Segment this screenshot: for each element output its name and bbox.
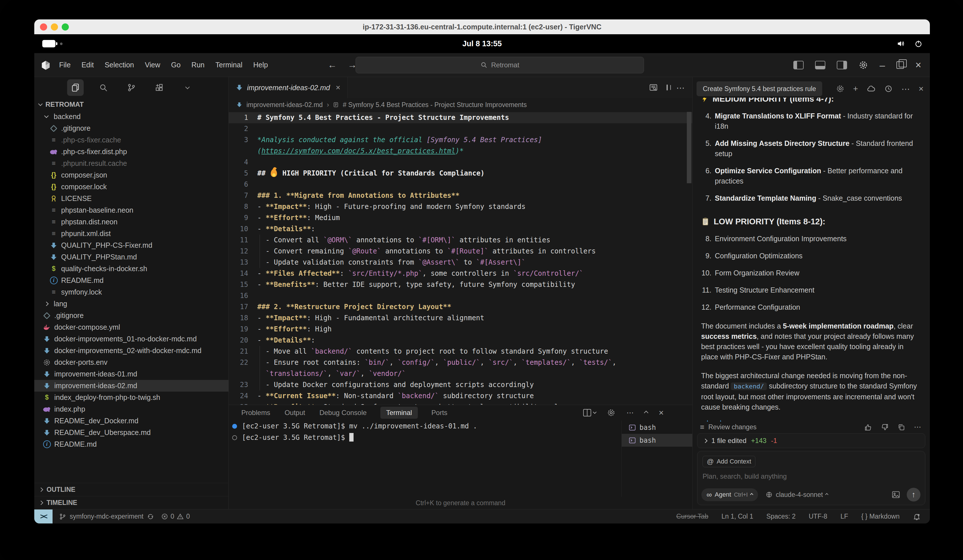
model-selector[interactable]: claude-4-sonnet	[765, 491, 828, 498]
tree-item-symfony-lock[interactable]: ≡symfony.lock	[34, 286, 229, 298]
editor-tab[interactable]: improvement-ideas-02.md ×	[229, 77, 348, 98]
chat-input[interactable]: @ Add Context Plan, search, build anythi…	[697, 451, 925, 505]
settings-gear-icon[interactable]	[858, 60, 868, 70]
close-traffic-light[interactable]	[40, 23, 47, 31]
sidebar-section-outline[interactable]: OUTLINE	[34, 483, 229, 496]
thumbs-up-icon[interactable]	[864, 423, 872, 431]
menubar-clock[interactable]: Jul 8 13:55	[462, 39, 502, 48]
branch-status[interactable]: symfony-mdc-experiment	[59, 513, 154, 520]
panel-tab-debug-console[interactable]: Debug Console	[319, 407, 367, 419]
tree-item-quality-php-cs-fixer-md[interactable]: QUALITY_PHP-CS-Fixer.md	[34, 240, 229, 251]
language-status[interactable]: { } Markdown	[861, 513, 900, 520]
zoom-traffic-light[interactable]	[62, 23, 69, 31]
tree-item-improvement-ideas-01-md[interactable]: improvement-ideas-01.md	[34, 368, 229, 380]
review-more-icon[interactable]: ⋯	[914, 423, 921, 432]
tree-item-readme-md[interactable]: iREADME.md	[34, 275, 229, 286]
cursor-tab-status[interactable]: Cursor Tab	[676, 513, 708, 520]
tree-item--php-cs-fixer-cache[interactable]: ≡.php-cs-fixer.cache	[34, 134, 229, 146]
menu-edit[interactable]: Edit	[76, 61, 99, 69]
panel-tab-problems[interactable]: Problems	[241, 407, 271, 419]
minimize-button[interactable]: –	[880, 64, 885, 66]
power-icon[interactable]	[914, 40, 922, 48]
chevron-down-icon[interactable]	[179, 79, 196, 96]
sidebar-section-timeline[interactable]: TIMELINE	[34, 496, 229, 509]
menu-file[interactable]: File	[54, 61, 76, 69]
tree-item-phpstan-dist-neon[interactable]: ≡phpstan.dist.neon	[34, 216, 229, 228]
history-icon[interactable]	[884, 84, 893, 93]
close-button[interactable]: ×	[915, 59, 921, 71]
tree-item-quality-checks-in-docker-sh[interactable]: $quality-checks-in-docker.sh	[34, 263, 229, 275]
tree-item-license[interactable]: LICENSE	[34, 193, 229, 204]
menu-help[interactable]: Help	[248, 61, 273, 69]
tree-item-lang[interactable]: lang	[34, 298, 229, 310]
search-icon[interactable]	[95, 79, 112, 96]
panel-tab-ports[interactable]: Ports	[431, 407, 448, 419]
tree-item--gitignore[interactable]: .gitignore	[34, 310, 229, 321]
split-terminal-icon[interactable]	[583, 409, 596, 416]
breadcrumb[interactable]: improvement-ideas-02.md › # Symfony 5.4 …	[229, 98, 692, 111]
tree-item--gitignore[interactable]: .gitignore	[34, 123, 229, 134]
tree-root[interactable]: RETROMAT	[34, 98, 229, 111]
chat-more-icon[interactable]: ⋯	[901, 84, 910, 94]
panel-tab-terminal[interactable]: Terminal	[380, 407, 418, 419]
menu-go[interactable]: Go	[165, 61, 186, 69]
command-decoration-icon[interactable]	[232, 435, 237, 440]
encoding-status[interactable]: UTF-8	[809, 513, 827, 520]
more-actions-icon[interactable]: ⋯	[676, 83, 685, 93]
eol-status[interactable]: LF	[840, 513, 848, 520]
tree-item-phpunit-xml-dist[interactable]: ≡phpunit.xml.dist	[34, 228, 229, 240]
tree-item-quality-phpstan-md[interactable]: QUALITY_PHPStan.md	[34, 251, 229, 263]
send-button[interactable]: ↑	[907, 488, 921, 502]
explorer-files-icon[interactable]	[67, 79, 84, 96]
chat-close-icon[interactable]: ×	[918, 84, 924, 94]
chat-settings-gear-icon[interactable]	[836, 84, 845, 93]
tree-item-improvement-ideas-02-md[interactable]: improvement-ideas-02.md	[34, 380, 229, 392]
tree-item-backend[interactable]: backend	[34, 111, 229, 123]
command-center-search[interactable]: Retromat	[355, 57, 644, 73]
maximize-panel-icon[interactable]	[644, 410, 648, 415]
tree-item--php-cs-fixer-dist-php[interactable]: .php-cs-fixer.dist.php	[34, 146, 229, 157]
editor[interactable]: 1# Symfony 5.4 Best Practices - Project …	[229, 111, 692, 405]
restore-button[interactable]	[897, 62, 904, 69]
chat-tab[interactable]: Create Symfony 5.4 best practices rule	[697, 81, 822, 96]
tree-item-composer-lock[interactable]: {}composer.lock	[34, 181, 229, 193]
menu-run[interactable]: Run	[186, 61, 210, 69]
menu-view[interactable]: View	[139, 61, 165, 69]
editor-scrollbar[interactable]	[687, 112, 691, 183]
tree-item-index-deploy-from-php-to-twig-sh[interactable]: $index_deploy-from-php-to-twig.sh	[34, 392, 229, 403]
panel-more-icon[interactable]: ⋯	[626, 408, 634, 417]
tree-item-readme-dev-uberspace-md[interactable]: README_dev_Uberspace.md	[34, 427, 229, 439]
command-decoration-icon[interactable]	[232, 424, 237, 429]
split-editor-icon[interactable]	[666, 85, 668, 90]
nav-back-button[interactable]: ←	[327, 60, 337, 70]
new-chat-icon[interactable]: +	[853, 84, 858, 94]
line-col-status[interactable]: Ln 1, Col 1	[721, 513, 753, 520]
chat-messages[interactable]: MEDIUM PRIORITY (Items 4-7): 4.Migrate T…	[692, 98, 930, 422]
tree-item-composer-json[interactable]: {}composer.json	[34, 169, 229, 181]
terminal-list-item[interactable]: bash	[622, 421, 692, 434]
tree-item-readme-dev-docker-md[interactable]: README_dev_Docker.md	[34, 415, 229, 427]
tree-item-index-php[interactable]: index.php	[34, 403, 229, 415]
files-edited-summary[interactable]: 1 file edited +143 -1	[697, 433, 925, 448]
problems-status[interactable]: 0 0	[161, 513, 190, 520]
indentation-status[interactable]: Spaces: 2	[766, 513, 795, 520]
add-context-button[interactable]: @ Add Context	[702, 456, 755, 467]
panel-tab-output[interactable]: Output	[284, 407, 306, 419]
terminal-list-item[interactable]: bash	[622, 434, 692, 447]
agent-mode-selector[interactable]: ∞ Agent Ctrl+I	[701, 488, 758, 501]
thumbs-down-icon[interactable]	[881, 423, 889, 431]
remote-indicator[interactable]: ><	[34, 510, 53, 523]
source-control-icon[interactable]	[123, 79, 139, 96]
review-changes-label[interactable]: Review changes	[708, 423, 757, 431]
copy-icon[interactable]	[897, 423, 905, 431]
tree-item-docker-improvements-02-with-docker-mdc-md[interactable]: docker-improvements_02-with-docker-mdc.m…	[34, 345, 229, 356]
close-panel-icon[interactable]: ×	[658, 408, 664, 418]
menu-selection[interactable]: Selection	[99, 61, 139, 69]
tree-item-readme-md[interactable]: iREADME.md	[34, 439, 229, 450]
tree-item-docker-compose-yml[interactable]: docker-compose.yml	[34, 321, 229, 333]
terminal[interactable]: [ec2-user 3.5G Retromat]$ mv ../improvem…	[229, 421, 692, 497]
tree-item--phpunit-result-cache[interactable]: ≡.phpunit.result.cache	[34, 157, 229, 169]
notifications-bell-icon[interactable]	[913, 513, 921, 521]
tree-item-docker-improvements-01-no-docker-mdc-md[interactable]: docker-improvements_01-no-docker-mdc.md	[34, 333, 229, 345]
close-tab-icon[interactable]: ×	[334, 83, 340, 92]
